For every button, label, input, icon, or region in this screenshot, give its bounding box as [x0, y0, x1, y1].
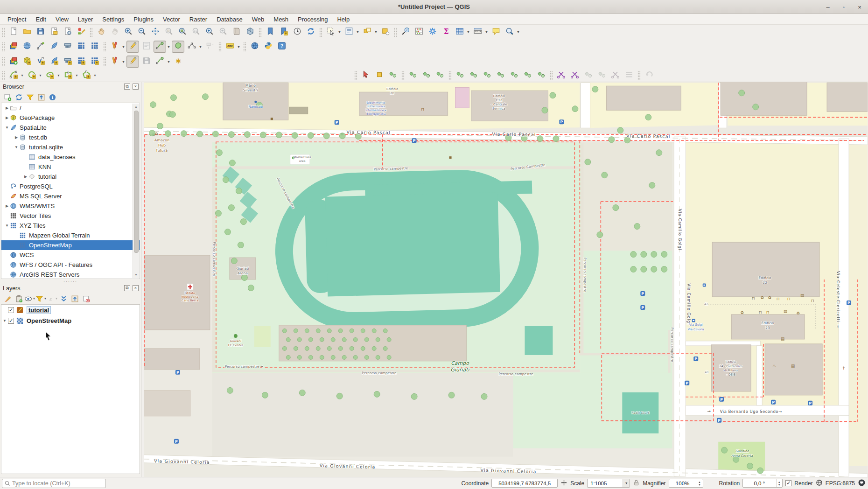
osm-place-search-button[interactable] [503, 26, 516, 38]
add-mesh-layer-button[interactable] [61, 41, 74, 53]
scroll-thumb[interactable] [134, 111, 139, 253]
digitize-rectangle-dropdown[interactable]: ▼ [75, 70, 79, 82]
split-parts-button[interactable] [568, 70, 581, 82]
pan-map-button[interactable] [95, 26, 107, 38]
toolbar-handle[interactable] [319, 28, 322, 37]
remove-layer-button[interactable] [80, 293, 91, 304]
add-vector-layer-button[interactable] [34, 41, 47, 53]
map-tips-button[interactable] [490, 26, 502, 38]
add-wms-layer-button[interactable] [21, 41, 33, 53]
browser-item-tutorial-sqlite[interactable]: ▼tutorial.sqlite [1, 142, 140, 152]
open-attribute-table-dropdown[interactable]: ▼ [466, 26, 470, 38]
menu-plugins[interactable]: Plugins [129, 15, 158, 24]
move-feature-adv-button[interactable] [386, 70, 399, 82]
digitize-rectangle-button[interactable]: ∗ [62, 70, 74, 82]
vertex-tool-button[interactable] [185, 41, 198, 53]
browser-scrollbar[interactable]: ▲ ▼ [133, 104, 139, 278]
zoom-full-extent-button[interactable] [149, 26, 161, 38]
layer-item-tutorial[interactable]: ✓tutorial [1, 305, 140, 315]
digitize-with-segment-dropdown[interactable]: ▼ [167, 41, 171, 53]
measure-line-dropdown[interactable]: ▼ [484, 26, 489, 38]
split-features-button[interactable] [555, 70, 567, 82]
zoom-out-button[interactable] [135, 26, 148, 38]
select-features-dropdown[interactable]: ▼ [337, 26, 342, 38]
vertex-tool-dropdown[interactable]: ▼ [198, 41, 203, 53]
select-features-by-value-button[interactable] [343, 26, 355, 38]
add-selected-layers-button[interactable] [2, 92, 13, 102]
toolbar-handle[interactable] [550, 71, 553, 80]
coordinate-input[interactable]: 5034199,7 6783774,5 [491, 479, 558, 488]
zoom-last-button[interactable] [203, 26, 216, 38]
python-console-button[interactable] [262, 41, 274, 53]
new-geopackage-layer-button[interactable]: ∗ [21, 56, 33, 68]
tree-expander[interactable]: ▶ [4, 116, 10, 120]
menu-help[interactable]: Help [332, 15, 354, 24]
identify-features-button[interactable]: i [399, 26, 412, 38]
copy-move-feature-button[interactable] [406, 70, 419, 82]
menu-edit[interactable]: Edit [31, 15, 50, 24]
processing-toolbox-button[interactable] [426, 26, 439, 38]
deselect-features-button[interactable] [361, 26, 373, 38]
panel-splitter[interactable]: ······ [0, 279, 141, 284]
browser-properties-button[interactable]: i [47, 92, 58, 102]
filter-legend-button[interactable]: ▼ [35, 293, 47, 304]
toolbar-handle[interactable] [90, 28, 93, 37]
menu-view[interactable]: View [51, 15, 73, 24]
select-by-form-button[interactable] [379, 26, 392, 38]
layer-labeling-dropdown[interactable]: ▼ [237, 41, 241, 53]
layer-checkbox[interactable]: ✓ [8, 318, 14, 324]
digitize-circle-button[interactable]: ∗ [25, 70, 38, 82]
data-source-manager-button[interactable] [7, 41, 20, 53]
extents-toggle-icon[interactable] [560, 479, 567, 488]
lock-scale-icon[interactable] [633, 479, 640, 488]
messages-icon[interactable] [858, 479, 866, 488]
new-project-button[interactable] [7, 26, 20, 38]
new-spatialite-layer-button[interactable]: ∗ [48, 56, 60, 68]
tree-expander[interactable]: ▶ [14, 135, 19, 140]
browser-item-vector-tiles[interactable]: Vector Tiles [1, 211, 140, 221]
browser-item-openstreetmap[interactable]: OpenStreetMap [1, 240, 140, 250]
digitize-circle-dropdown[interactable]: ▼ [38, 70, 42, 82]
new-shapefile-layer-button[interactable]: V∗ [34, 56, 47, 68]
menu-web[interactable]: Web [247, 15, 269, 24]
collapse-all-layers-button[interactable] [69, 293, 80, 304]
select-features-adv-button[interactable] [359, 70, 372, 82]
toolbar-handle[interactable] [2, 71, 5, 80]
open-layer-styling-button[interactable] [2, 293, 13, 304]
tree-expander[interactable]: ▶ [23, 175, 28, 179]
add-ring-button[interactable] [454, 70, 466, 82]
open-project-button[interactable] [21, 26, 33, 38]
toolbar-handle[interactable] [448, 71, 452, 80]
toolbar-handle[interactable] [354, 71, 357, 80]
toolbar-handle[interactable] [2, 57, 5, 66]
zoom-in-button[interactable] [122, 26, 134, 38]
delete-part-button[interactable] [508, 70, 520, 82]
browser-item--[interactable]: ▶/ [1, 103, 140, 113]
browser-item-xyz-tiles[interactable]: ▼XYZ Tiles [1, 221, 140, 231]
layer-item-openstreetmap[interactable]: ▼✓OpenStreetMap [1, 315, 140, 326]
measure-line-button[interactable] [471, 26, 484, 38]
toolbar-handle[interactable] [243, 42, 246, 51]
tree-expander[interactable]: ▼ [4, 126, 10, 130]
help-contents-button[interactable]: ? [275, 41, 288, 53]
filter-browser-button[interactable] [24, 92, 35, 102]
rotation-spinbox[interactable]: 0,0 °▲▼ [742, 479, 783, 488]
menu-processing[interactable]: Processing [293, 15, 332, 24]
map-canvas[interactable]: PPPPPPPPPPPPPPP⊓♻♻⊓⊓▤⊓♻⊓⊓▤♻▤⊓♻♨▤MarioSil… [144, 82, 868, 477]
toolbar-handle[interactable] [103, 42, 106, 51]
browser-item-geopackage[interactable]: ▶GeoPackage [1, 113, 140, 123]
digitize-circular-string-dropdown[interactable]: ▼ [20, 70, 24, 82]
current-edits-dropdown[interactable]: ▼ [121, 41, 126, 53]
minimize-button[interactable]: – [824, 4, 832, 11]
browser-item-postgresql[interactable]: PostgreSQL [1, 182, 140, 191]
tree-expander[interactable]: ▶ [4, 106, 10, 110]
style-manager-button[interactable] [75, 26, 87, 38]
add-group-button[interactable] [13, 293, 24, 304]
digitizing-mode-dropdown[interactable]: ▼ [167, 56, 171, 68]
new-virtual-layer-button[interactable]: V∗ [88, 56, 101, 68]
browser-item-wms-wmts[interactable]: ▶WMS/WMTS [1, 201, 140, 211]
statistical-summary-button[interactable]: Σ [440, 26, 452, 38]
menu-mesh[interactable]: Mesh [269, 15, 293, 24]
digitize-ellipse-dropdown[interactable]: ▼ [56, 70, 61, 82]
new-map-view-button[interactable] [230, 26, 243, 38]
